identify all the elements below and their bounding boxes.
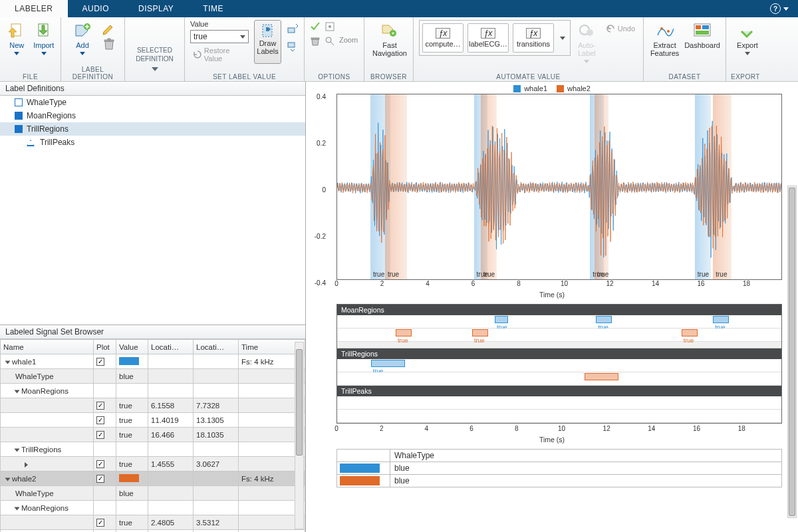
table-row[interactable]: true5.80758.0255 (1, 530, 305, 533)
group-label: AUTOMATE VALUE (414, 73, 643, 80)
track-segment[interactable]: true (596, 316, 612, 323)
group-label: BROWSER (364, 73, 413, 80)
tree-toggle-icon[interactable] (15, 507, 20, 510)
plot-checkbox[interactable] (96, 460, 104, 468)
table-row[interactable]: WhaleTypeblue (1, 486, 305, 501)
pan-label-icon[interactable] (287, 23, 299, 35)
help-button[interactable]: ? (770, 0, 798, 17)
x-tick: 16 (693, 425, 700, 432)
automate-labelecg-button[interactable]: ƒxlabelECG… (467, 23, 509, 53)
table-row[interactable]: MoanRegions (1, 501, 305, 515)
tab-labeler[interactable]: LABELER (0, 0, 68, 17)
undo-button[interactable]: Undo (603, 20, 638, 35)
x-tick: 8 (517, 280, 521, 287)
shrink-label-icon[interactable] (287, 40, 299, 52)
track-segment[interactable]: true (472, 329, 488, 336)
column-header[interactable]: Locati… (194, 340, 239, 354)
import-button[interactable]: Import (33, 20, 56, 55)
label-tracks[interactable]: MoanRegionstruetruetruetruetruetrueTrill… (336, 304, 782, 424)
column-header[interactable]: Locati… (148, 340, 194, 354)
track-segment[interactable] (585, 373, 618, 380)
table-row[interactable]: true1.45553.0627 (1, 457, 305, 471)
track-header: TrillRegions (337, 348, 781, 359)
tab-time[interactable]: TIME (188, 0, 238, 17)
column-header[interactable]: Name (1, 340, 94, 354)
track-segment[interactable]: true (495, 316, 508, 323)
chevron-down-icon (783, 7, 789, 11)
tree-toggle-icon[interactable] (5, 360, 11, 364)
track-segment[interactable]: true (713, 316, 729, 323)
legend-swatch-icon (513, 85, 521, 92)
table-row[interactable]: true2.48053.5312 (1, 515, 305, 530)
automate-compute-button[interactable]: ƒxcompute… (422, 23, 464, 53)
table-row[interactable]: whale2Fs: 4 kHz (1, 471, 305, 486)
find-icon[interactable] (325, 36, 335, 47)
export-icon (738, 21, 757, 40)
automate-transitions-button[interactable]: ƒxtransitions (513, 23, 554, 53)
table-row[interactable]: TrillRegions (1, 442, 305, 457)
auto-label-button[interactable]: Auto-Label (577, 20, 597, 63)
table-row[interactable]: WhaleTypeblue (1, 369, 305, 384)
draw-labels-button[interactable]: Draw Labels (254, 20, 281, 64)
label-definition-item[interactable]: MoanRegions (0, 109, 305, 122)
tag-add-icon (73, 21, 92, 40)
new-icon (7, 21, 26, 40)
table-row[interactable]: MoanRegions (1, 384, 305, 398)
table-row[interactable]: true6.15587.7328 (1, 398, 305, 413)
value-select[interactable]: true (190, 30, 249, 43)
fast-navigation-button[interactable]: Fast Navigation (370, 20, 410, 57)
signal-browser-table: NamePlotValueLocati…Locati…Time whale1Fs… (0, 339, 305, 532)
plot-checkbox[interactable] (96, 475, 104, 483)
value-label: Value (190, 20, 249, 28)
restore-value-button[interactable]: Restore Value (190, 45, 249, 64)
definition-name: TrillRegions (27, 124, 68, 134)
label-definition-item[interactable]: WhaleType (0, 96, 305, 109)
tree-toggle-icon[interactable] (5, 477, 11, 481)
svg-point-13 (667, 30, 670, 33)
tab-audio[interactable]: AUDIO (68, 0, 124, 17)
track-segment[interactable]: true (682, 329, 698, 336)
y-tick: -0.4 (306, 279, 326, 287)
edit-definition-icon[interactable] (102, 23, 116, 36)
table-row[interactable]: true16.46618.1035 (1, 428, 305, 442)
delete-definition-icon[interactable] (102, 37, 116, 51)
plot-checkbox[interactable] (96, 416, 104, 424)
track-segment[interactable]: true (396, 329, 412, 336)
options-settings-icon[interactable] (325, 21, 335, 32)
export-button[interactable]: Export (732, 20, 763, 55)
column-header[interactable]: Value (116, 340, 148, 354)
plot-checkbox[interactable] (96, 431, 104, 439)
label-definition-item[interactable]: TrillPeaks (0, 136, 305, 149)
tree-toggle-icon[interactable] (15, 390, 20, 393)
new-button[interactable]: New (5, 20, 29, 55)
tab-display[interactable]: DISPLAY (124, 0, 188, 17)
tree-toggle-icon[interactable] (25, 462, 28, 467)
x-tick: 0 (334, 425, 338, 432)
column-header[interactable]: Plot (94, 340, 116, 354)
extract-features-button[interactable]: Extract Features (649, 20, 680, 57)
delete-label-icon[interactable] (310, 36, 321, 47)
add-definition-button[interactable]: Add (66, 20, 98, 55)
x-tick: 2 (380, 425, 384, 432)
definition-name: WhaleType (27, 98, 66, 107)
plot-checkbox[interactable] (96, 358, 104, 366)
table-row[interactable]: whale1Fs: 4 kHz (1, 354, 305, 369)
chevron-down-icon[interactable] (152, 67, 158, 71)
automate-more-button[interactable] (558, 37, 567, 40)
label-definition-item[interactable]: TrillRegions (0, 122, 305, 136)
track-segment[interactable]: true (371, 360, 405, 367)
plot-checkbox[interactable] (96, 402, 104, 410)
roi-icon (15, 125, 23, 133)
plot-scrollbar[interactable] (787, 186, 797, 518)
dashboard-button[interactable]: Dashboard (684, 20, 720, 49)
color-swatch-icon (340, 476, 380, 485)
tree-toggle-icon[interactable] (15, 448, 20, 452)
color-swatch-icon (340, 464, 380, 473)
waveform-plot[interactable]: truetruetruetruetruetruetruetrue (336, 94, 782, 280)
plot-checkbox[interactable] (96, 519, 104, 527)
browser-scrollbar[interactable] (295, 342, 304, 529)
x-tick: 2 (380, 280, 384, 287)
dashboard-icon (693, 21, 712, 40)
accept-icon[interactable] (310, 21, 321, 32)
table-row[interactable]: true11.401913.1305 (1, 413, 305, 428)
